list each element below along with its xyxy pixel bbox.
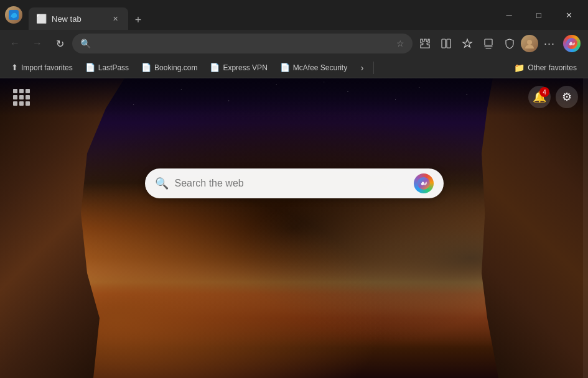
- dot: [19, 101, 24, 106]
- rock-right: [476, 78, 588, 378]
- split-screen-button[interactable]: [436, 34, 456, 53]
- favorites-bar: ⬆ Import favorites 📄 LastPass 📄 Booking.…: [0, 57, 588, 78]
- rock-arch-decoration: [0, 78, 588, 378]
- fav-booking[interactable]: 📄 Booking.com: [135, 59, 203, 76]
- dot: [13, 95, 17, 99]
- fav-other-label: Other favorites: [528, 63, 577, 72]
- svg-point-4: [527, 40, 532, 45]
- favorite-star-icon[interactable]: ☆: [396, 39, 404, 48]
- copilot-button[interactable]: [561, 32, 583, 55]
- grid-dots-icon: [13, 89, 30, 106]
- favorites-button[interactable]: [457, 34, 477, 53]
- svg-rect-2: [447, 39, 450, 48]
- fav-mcafee-icon: 📄: [280, 63, 290, 72]
- back-button[interactable]: ←: [5, 34, 25, 53]
- window-buttons: ─ □ ✕: [495, 5, 583, 25]
- search-box: 🔍: [145, 168, 444, 198]
- tab-favicon: ⬜: [36, 14, 47, 24]
- apps-grid-button[interactable]: [10, 86, 32, 108]
- window-controls-left: [5, 6, 22, 24]
- scrollbar[interactable]: [583, 78, 588, 378]
- notification-badge: 4: [539, 87, 549, 97]
- fav-other-favorites[interactable]: 📁 Other favorites: [508, 59, 583, 76]
- collections-button[interactable]: [478, 34, 498, 53]
- dot: [19, 89, 24, 93]
- extensions-button[interactable]: [415, 34, 435, 53]
- forward-button[interactable]: →: [27, 34, 47, 53]
- minimize-button[interactable]: ─: [495, 5, 523, 25]
- fav-import-favorites[interactable]: ⬆ Import favorites: [5, 59, 79, 76]
- fav-expressvpn-icon: 📄: [210, 63, 220, 72]
- fav-more-button[interactable]: ›: [353, 59, 371, 76]
- copilot-logo-icon: [563, 35, 581, 52]
- address-input[interactable]: [96, 39, 391, 48]
- maximize-button[interactable]: □: [525, 5, 553, 25]
- top-right-actions: 🔔 4 ⚙: [528, 86, 578, 108]
- dot: [26, 101, 30, 106]
- fav-import-icon: ⬆: [11, 63, 18, 72]
- active-tab[interactable]: ⬜ New tab ✕: [29, 7, 128, 30]
- main-content: 🔔 4 ⚙ 🔍: [0, 78, 588, 378]
- nav-actions: ···: [415, 32, 583, 55]
- fav-folder-icon: 📁: [514, 63, 525, 73]
- fav-lastpass-icon: 📄: [85, 63, 95, 72]
- dot: [13, 89, 17, 93]
- tabs-area: ⬜ New tab ✕ +: [29, 0, 491, 30]
- fav-lastpass[interactable]: 📄 LastPass: [79, 59, 135, 76]
- search-overlay: 🔍: [145, 168, 444, 198]
- dot: [13, 101, 17, 106]
- svg-rect-3: [485, 39, 492, 45]
- shield-button[interactable]: [500, 34, 520, 53]
- fav-booking-label: Booking.com: [154, 63, 197, 72]
- close-button[interactable]: ✕: [554, 5, 583, 25]
- fav-expressvpn[interactable]: 📄 Express VPN: [203, 59, 273, 76]
- search-icon: 🔍: [80, 39, 91, 48]
- edge-profile-icon[interactable]: [5, 6, 22, 24]
- address-bar[interactable]: 🔍 ☆: [72, 34, 413, 53]
- copilot-search-button[interactable]: [414, 173, 434, 193]
- dot: [26, 89, 30, 93]
- fav-mcafee-label: McAfee Security: [293, 63, 347, 72]
- fav-separator: [373, 62, 374, 74]
- tab-close-button[interactable]: ✕: [110, 13, 121, 24]
- refresh-button[interactable]: ↻: [50, 34, 70, 53]
- search-icon: 🔍: [155, 177, 169, 190]
- fav-import-label: Import favorites: [21, 63, 73, 72]
- rock-left: [0, 78, 124, 378]
- fav-mcafee[interactable]: 📄 McAfee Security: [274, 59, 353, 76]
- fav-booking-icon: 📄: [141, 63, 151, 72]
- new-tab-button[interactable]: +: [128, 10, 148, 30]
- profile-button[interactable]: [521, 35, 538, 52]
- tab-title: New tab: [52, 14, 105, 24]
- svg-rect-1: [442, 39, 446, 48]
- more-button[interactable]: ···: [539, 34, 559, 53]
- title-bar: ⬜ New tab ✕ + ─ □ ✕: [0, 0, 588, 30]
- nav-bar: ← → ↻ 🔍 ☆: [0, 30, 588, 57]
- notification-bell-button[interactable]: 🔔 4: [528, 86, 551, 108]
- top-gradient-overlay: [0, 78, 588, 116]
- settings-button[interactable]: ⚙: [556, 86, 578, 108]
- dot: [26, 95, 30, 99]
- fav-expressvpn-label: Express VPN: [223, 63, 267, 72]
- dot: [19, 95, 24, 99]
- fav-lastpass-label: LastPass: [98, 63, 129, 72]
- web-search-input[interactable]: [175, 178, 408, 189]
